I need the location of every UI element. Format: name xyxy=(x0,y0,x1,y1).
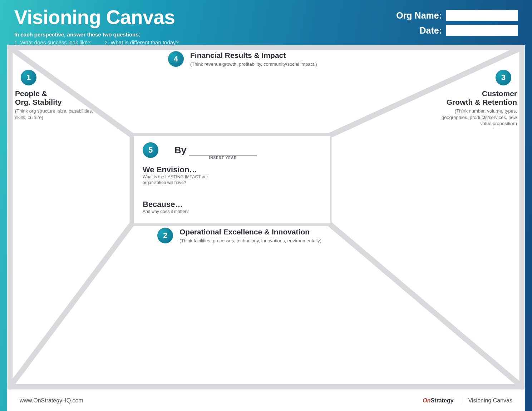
because-title: Because… xyxy=(143,200,321,209)
badge-5: 5 xyxy=(143,142,158,158)
section-people-hint: (Think org structure, size, capabilities… xyxy=(15,108,97,120)
badge-4: 4 xyxy=(168,51,184,67)
badge-1: 1 xyxy=(21,70,36,85)
badge-3: 3 xyxy=(496,70,511,85)
canvas: 4 Financial Results & Impact (Think reve… xyxy=(7,45,525,390)
by-label-wrap: By INSERT YEAR xyxy=(174,145,257,156)
section-customer: Customer Growth & Retention (Think numbe… xyxy=(438,89,517,127)
badge-2: 2 xyxy=(157,228,173,243)
section-people: People & Org. Stability (Think org struc… xyxy=(15,89,97,120)
org-row: Org Name: xyxy=(396,10,518,21)
org-label: Org Name: xyxy=(396,10,442,21)
date-field[interactable] xyxy=(446,25,518,36)
footer-divider xyxy=(461,396,461,405)
date-row: Date: xyxy=(419,25,518,36)
section-financial-hint: (Think revenue growth, profitability, co… xyxy=(190,61,317,68)
section-customer-title-2: Growth & Retention xyxy=(438,98,517,107)
meta-fields: Org Name: Date: xyxy=(396,10,518,36)
footer-url: www.OnStrategyHQ.com xyxy=(20,397,83,404)
footer-doc-name: Visioning Canvas xyxy=(468,397,512,404)
section-customer-title-1: Customer xyxy=(438,89,517,98)
brand-part-2: Strategy xyxy=(431,397,454,403)
org-name-field[interactable] xyxy=(446,10,518,21)
svg-line-2 xyxy=(10,223,132,387)
svg-line-3 xyxy=(329,223,522,387)
because-sub: And why does it matter? xyxy=(143,209,321,215)
section-financial: 4 Financial Results & Impact (Think reve… xyxy=(168,51,368,68)
section-center: 5 By INSERT YEAR We Envision… What is th… xyxy=(134,136,330,223)
section-operational-hint: (Think facilities, processes, technology… xyxy=(179,238,321,244)
envision-title: We Envision… xyxy=(143,165,321,174)
insert-year-hint: INSERT YEAR xyxy=(209,156,237,160)
section-people-title-1: People & xyxy=(15,89,97,98)
footer: www.OnStrategyHQ.com OnStrategy Visionin… xyxy=(7,390,525,411)
page: Visioning Canvas In each perspective, an… xyxy=(0,0,532,411)
by-label: By xyxy=(174,145,186,155)
header: Visioning Canvas In each perspective, an… xyxy=(0,0,532,45)
section-operational-title: Operational Excellence & Innovation xyxy=(179,228,321,236)
section-people-title-2: Org. Stability xyxy=(15,98,97,107)
section-operational: 2 Operational Excellence & Innovation (T… xyxy=(157,228,386,244)
brand-logo: OnStrategy xyxy=(423,397,453,404)
date-label: Date: xyxy=(419,25,442,36)
envision-sub: What is the LASTING IMPACT our organizat… xyxy=(143,174,214,185)
section-customer-hint: (Think number, volume, types, geographie… xyxy=(438,108,517,127)
year-field[interactable]: INSERT YEAR xyxy=(189,155,257,155)
section-financial-title: Financial Results & Impact xyxy=(190,51,317,60)
brand-part-1: On xyxy=(423,397,430,403)
